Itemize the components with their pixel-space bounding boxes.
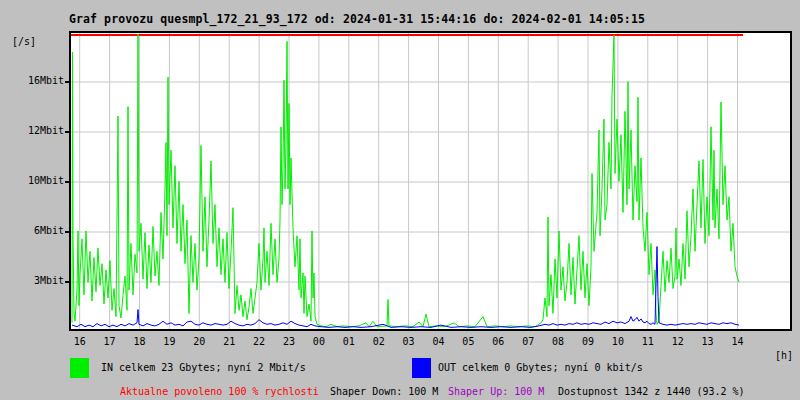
x-axis-label: 01 [339, 336, 359, 347]
x-axis-label: 12 [668, 336, 688, 347]
availability-label: Dostupnost 1342 z 1440 (93.2 %) [558, 386, 745, 397]
x-axis-label: 19 [159, 336, 179, 347]
x-axis-label: 17 [100, 336, 120, 347]
x-axis-label: 14 [728, 336, 748, 347]
x-axis-label: 06 [488, 336, 508, 347]
x-axis-label: 09 [578, 336, 598, 347]
x-axis-label: 16 [70, 336, 90, 347]
plot-area [64, 31, 792, 331]
out-legend-swatch [412, 358, 431, 378]
x-axis-unit-label: [h] [775, 350, 793, 361]
in-legend-label: IN celkem 23 Gbytes; nyní 2 Mbit/s [101, 362, 306, 373]
traffic-graph-page: Graf provozu quesmpl_172_21_93_172 od: 2… [0, 0, 800, 400]
y-axis-label: 6Mbit [0, 225, 64, 236]
x-axis-label: 08 [548, 336, 568, 347]
x-axis-label: 22 [249, 336, 269, 347]
x-axis-label: 05 [458, 336, 478, 347]
y-axis-unit-label: [/s] [12, 36, 36, 47]
x-axis-label: 02 [369, 336, 389, 347]
y-axis-label: 10Mbit [0, 175, 64, 186]
y-axis-label: 16Mbit [0, 75, 64, 86]
x-axis-label: 18 [130, 336, 150, 347]
shaper-down-label: Shaper Down: 100 M [330, 386, 438, 397]
x-axis-label: 23 [279, 336, 299, 347]
out-legend-label: OUT celkem 0 Gbytes; nyní 0 kbit/s [438, 362, 643, 373]
page-title: Graf provozu quesmpl_172_21_93_172 od: 2… [69, 12, 645, 26]
in-legend-swatch [70, 358, 89, 378]
x-axis-label: 00 [309, 336, 329, 347]
x-axis-label: 10 [608, 336, 628, 347]
traffic-chart [64, 31, 792, 331]
x-axis-label: 21 [219, 336, 239, 347]
shaper-up-label: Shaper Up: 100 M [448, 386, 544, 397]
x-axis-label: 03 [399, 336, 419, 347]
x-axis-label: 04 [429, 336, 449, 347]
x-axis-label: 07 [518, 336, 538, 347]
y-axis-label: 3Mbit [0, 275, 64, 286]
x-axis-label: 20 [189, 336, 209, 347]
y-axis-label: 12Mbit [0, 125, 64, 136]
x-axis-label: 13 [698, 336, 718, 347]
x-axis-label: 11 [638, 336, 658, 347]
plot-background [70, 32, 791, 330]
allowed-speed-label: Aktualne povoleno 100 % rychlosti [120, 386, 319, 397]
